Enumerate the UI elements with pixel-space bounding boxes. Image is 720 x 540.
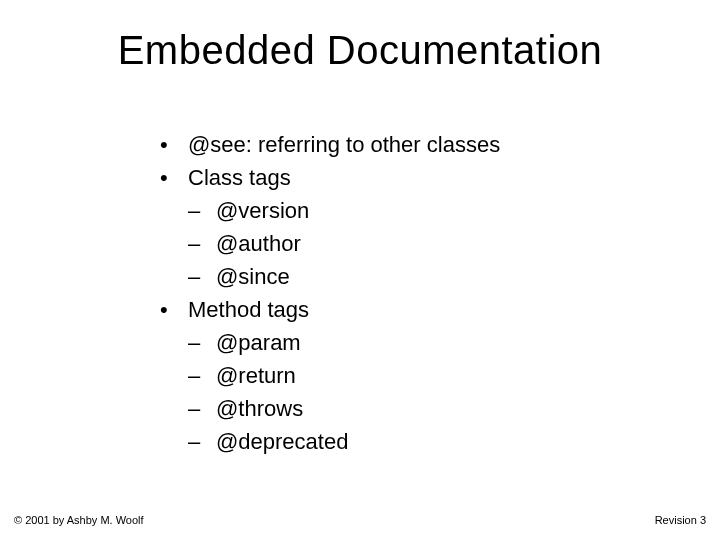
slide-title: Embedded Documentation	[0, 0, 720, 73]
sub-bullet-text: @since	[216, 260, 290, 293]
sub-bullet-mark: –	[188, 260, 216, 293]
footer-revision: Revision 3	[655, 514, 706, 526]
sub-bullet-text: @return	[216, 359, 296, 392]
bullet-mark: •	[160, 293, 188, 326]
sub-bullet-item: – @version	[188, 194, 500, 227]
bullet-item: • Method tags	[160, 293, 500, 326]
bullet-text: Method tags	[188, 293, 309, 326]
slide: Embedded Documentation • @see: referring…	[0, 0, 720, 540]
bullet-item: • @see: referring to other classes	[160, 128, 500, 161]
sub-bullet-mark: –	[188, 425, 216, 458]
sub-bullet-text: @throws	[216, 392, 303, 425]
bullet-mark: •	[160, 161, 188, 194]
sub-bullet-item: – @return	[188, 359, 500, 392]
sub-bullet-item: – @since	[188, 260, 500, 293]
sub-bullet-item: – @author	[188, 227, 500, 260]
sub-bullet-mark: –	[188, 194, 216, 227]
footer-copyright: © 2001 by Ashby M. Woolf	[14, 514, 144, 526]
sub-bullet-mark: –	[188, 359, 216, 392]
bullet-text: Class tags	[188, 161, 291, 194]
sub-bullet-text: @deprecated	[216, 425, 348, 458]
sub-bullet-mark: –	[188, 392, 216, 425]
sub-bullet-text: @param	[216, 326, 301, 359]
bullet-text: @see: referring to other classes	[188, 128, 500, 161]
slide-content: • @see: referring to other classes • Cla…	[160, 128, 500, 458]
sub-bullet-text: @version	[216, 194, 309, 227]
sub-bullet-mark: –	[188, 326, 216, 359]
sub-bullet-text: @author	[216, 227, 301, 260]
sub-bullet-mark: –	[188, 227, 216, 260]
sub-bullet-item: – @deprecated	[188, 425, 500, 458]
bullet-item: • Class tags	[160, 161, 500, 194]
bullet-mark: •	[160, 128, 188, 161]
sub-bullet-item: – @param	[188, 326, 500, 359]
sub-bullet-item: – @throws	[188, 392, 500, 425]
